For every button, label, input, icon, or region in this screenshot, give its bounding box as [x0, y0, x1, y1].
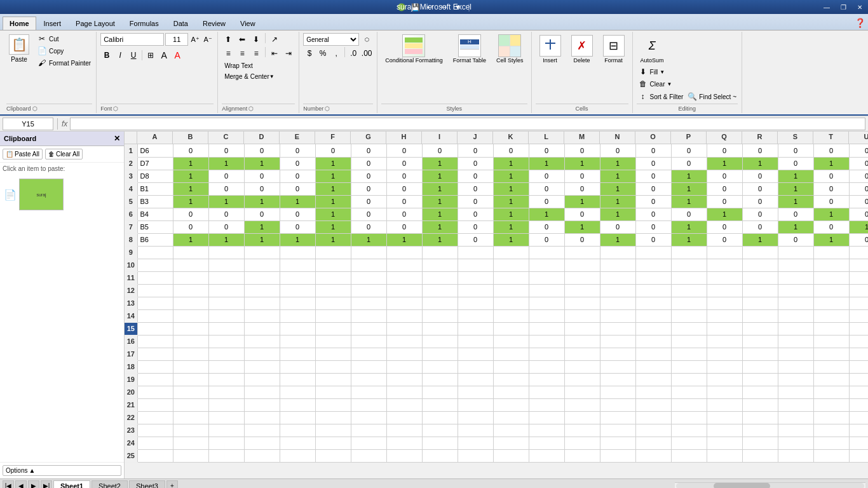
cell-M6[interactable]: 0 [564, 208, 600, 220]
cell-O17[interactable] [635, 348, 671, 360]
cell-I24[interactable] [422, 437, 458, 449]
cell-J2[interactable]: 0 [458, 157, 493, 170]
cell-O6[interactable]: 0 [635, 208, 671, 220]
cell-C10[interactable] [208, 259, 244, 271]
cell-G17[interactable] [351, 348, 386, 360]
row-num-3[interactable]: 3 [125, 170, 137, 182]
delete-btn[interactable]: ✗ Delete [567, 33, 597, 65]
row-num-10[interactable]: 10 [125, 259, 137, 271]
cell-C8[interactable]: 1 [208, 233, 244, 246]
tab-review[interactable]: Review [196, 17, 233, 30]
cell-B22[interactable] [173, 411, 208, 424]
cell-K9[interactable] [493, 246, 529, 259]
cell-H3[interactable]: 0 [386, 170, 422, 182]
cell-K8[interactable]: 1 [493, 233, 529, 246]
cell-P21[interactable] [671, 398, 707, 411]
cell-B12[interactable] [173, 284, 208, 297]
cell-A10[interactable] [137, 259, 173, 271]
col-header-P[interactable]: P [671, 132, 707, 144]
row-num-4[interactable]: 4 [125, 182, 137, 195]
cell-C7[interactable]: 0 [208, 220, 244, 233]
cut-button[interactable]: ✂ Cut [36, 33, 92, 44]
format-as-table-btn[interactable]: H Format Table [449, 33, 490, 65]
font-expand[interactable]: ⬡ [113, 105, 118, 112]
cell-D15[interactable] [244, 322, 280, 335]
cell-P5[interactable]: 1 [671, 195, 707, 208]
cell-G22[interactable] [351, 411, 386, 424]
cell-N7[interactable]: 0 [600, 220, 635, 233]
number-label[interactable]: Number ⬡ [303, 104, 373, 113]
cell-F19[interactable] [315, 373, 351, 386]
cell-I6[interactable]: 1 [422, 208, 458, 220]
row-num-17[interactable]: 17 [125, 348, 137, 360]
cell-C1[interactable]: 0 [208, 144, 244, 157]
cell-C6[interactable]: 0 [208, 208, 244, 220]
cell-L16[interactable] [529, 335, 564, 348]
cell-L2[interactable]: 1 [529, 157, 564, 170]
cell-L15[interactable] [529, 322, 564, 335]
cell-R20[interactable] [742, 386, 778, 398]
sheet-nav-first[interactable]: |◀ [3, 480, 14, 489]
cell-G2[interactable]: 0 [351, 157, 386, 170]
cell-reference-box[interactable] [3, 118, 53, 130]
cell-D24[interactable] [244, 437, 280, 449]
cell-Q20[interactable] [707, 386, 742, 398]
cell-I10[interactable] [422, 259, 458, 271]
cell-H22[interactable] [386, 411, 422, 424]
cell-S1[interactable]: 0 [778, 144, 813, 157]
cell-G7[interactable]: 0 [351, 220, 386, 233]
tab-home[interactable]: Home [3, 17, 36, 30]
cell-O11[interactable] [635, 271, 671, 284]
cell-M8[interactable]: 0 [564, 233, 600, 246]
cell-T11[interactable] [813, 271, 849, 284]
cells-label[interactable]: Cells [536, 104, 628, 113]
formula-input[interactable] [70, 118, 865, 130]
add-sheet-btn[interactable]: + [166, 480, 178, 489]
cell-B3[interactable]: 1 [173, 170, 208, 182]
cell-Q1[interactable]: 0 [707, 144, 742, 157]
cell-M9[interactable] [564, 246, 600, 259]
cell-N16[interactable] [600, 335, 635, 348]
cell-O18[interactable] [635, 360, 671, 373]
cell-J25[interactable] [458, 449, 493, 462]
ribbon-help-btn[interactable]: ❓ [855, 18, 865, 28]
cell-P1[interactable]: 0 [671, 144, 707, 157]
cell-I22[interactable] [422, 411, 458, 424]
cell-S17[interactable] [778, 348, 813, 360]
cell-C12[interactable] [208, 284, 244, 297]
cell-U20[interactable] [849, 386, 868, 398]
cell-B19[interactable] [173, 373, 208, 386]
cell-B6[interactable]: 0 [173, 208, 208, 220]
cell-B25[interactable] [173, 449, 208, 462]
cell-B5[interactable]: 1 [173, 195, 208, 208]
cell-D14[interactable] [244, 309, 280, 322]
cell-D21[interactable] [244, 398, 280, 411]
paste-all-btn[interactable]: 📋 Paste All [3, 149, 43, 159]
cell-O16[interactable] [635, 335, 671, 348]
cell-N25[interactable] [600, 449, 635, 462]
cell-P10[interactable] [671, 259, 707, 271]
cell-M18[interactable] [564, 360, 600, 373]
cell-E11[interactable] [280, 271, 315, 284]
row-num-22[interactable]: 22 [125, 411, 137, 424]
col-header-K[interactable]: K [493, 132, 529, 144]
cell-E15[interactable] [280, 322, 315, 335]
grid-container[interactable]: 1D60000000000000000000000002D71110100101… [125, 144, 868, 478]
cell-R8[interactable]: 1 [742, 233, 778, 246]
cell-O8[interactable]: 0 [635, 233, 671, 246]
cell-A9[interactable] [137, 246, 173, 259]
cell-J18[interactable] [458, 360, 493, 373]
cell-J1[interactable]: 0 [458, 144, 493, 157]
orientation-btn[interactable]: ↗ [268, 33, 281, 46]
cell-E4[interactable]: 0 [280, 182, 315, 195]
cell-R12[interactable] [742, 284, 778, 297]
cell-A13[interactable] [137, 297, 173, 309]
cell-S10[interactable] [778, 259, 813, 271]
cell-R2[interactable]: 1 [742, 157, 778, 170]
cell-I23[interactable] [422, 424, 458, 437]
col-header-G[interactable]: G [351, 132, 386, 144]
cell-O5[interactable]: 0 [635, 195, 671, 208]
cell-H9[interactable] [386, 246, 422, 259]
underline-button[interactable]: U [127, 49, 140, 62]
cell-N23[interactable] [600, 424, 635, 437]
